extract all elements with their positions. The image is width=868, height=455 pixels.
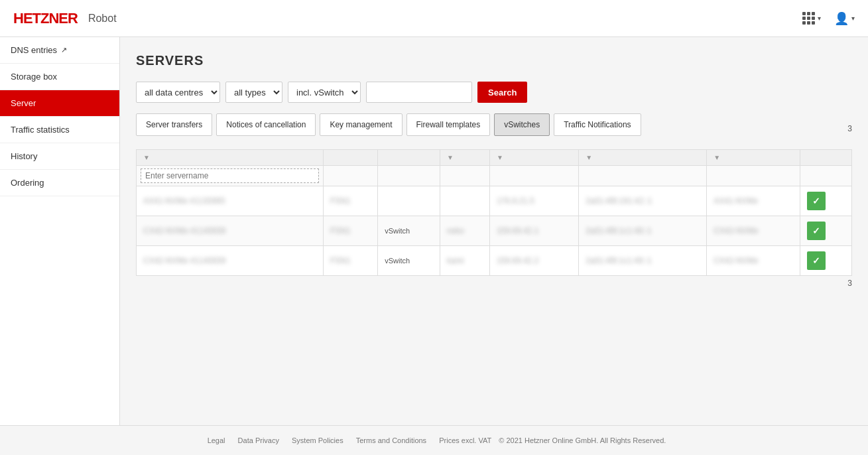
- cell-action[interactable]: ✓: [800, 186, 851, 216]
- chevron-down-icon: ▾: [851, 15, 855, 22]
- col-ip[interactable]: ▼: [489, 150, 578, 166]
- sidebar-item-dns-entries[interactable]: DNS entries ↗: [0, 37, 119, 64]
- footer-legal[interactable]: Legal: [202, 436, 231, 444]
- table-header: ▼ ▼ ▼ ▼ ▼: [137, 150, 852, 166]
- robot-label: Robot: [88, 13, 117, 25]
- footer: Legal Data Privacy System Policies Terms…: [0, 425, 868, 455]
- cell-location: FSN1: [323, 186, 377, 216]
- col-vswitch: [378, 150, 440, 166]
- sidebar-item-server[interactable]: Server: [0, 90, 119, 117]
- cell-location: FSN1: [323, 216, 377, 246]
- sidebar-item-storage-box[interactable]: Storage box: [0, 64, 119, 90]
- check-button[interactable]: ✓: [807, 192, 826, 210]
- grid-menu-button[interactable]: ▾: [802, 12, 821, 25]
- header-right: ▾ 👤 ▾: [802, 11, 855, 26]
- cell-product: AX41-NVMe: [707, 186, 800, 216]
- user-menu-button[interactable]: 👤 ▾: [834, 11, 855, 26]
- filter-cell-ipv6: [579, 166, 707, 186]
- filter-cell-ip: [489, 166, 578, 186]
- external-link-icon: ↗: [61, 46, 67, 54]
- key-management-button[interactable]: Key management: [320, 113, 402, 136]
- cell-server: AX41-NVMe #1130995: [137, 186, 324, 216]
- servername-filter-input[interactable]: [141, 168, 319, 183]
- sidebar-item-history[interactable]: History: [0, 143, 119, 170]
- cell-product: CX42-NVMe: [707, 216, 800, 246]
- hetzner-logo: HETZNER: [13, 10, 78, 27]
- search-button[interactable]: Search: [477, 82, 527, 103]
- cell-name: neko: [440, 216, 490, 246]
- cell-server: CX42-NVMe #1140009: [137, 246, 324, 276]
- footer-policies[interactable]: System Policies: [286, 436, 349, 444]
- cell-name: [440, 186, 490, 216]
- cell-product: CX42-NVMe: [707, 246, 800, 276]
- col-product[interactable]: ▼: [707, 150, 800, 166]
- sort-arrow-icon: ▼: [586, 154, 592, 161]
- cell-ipv6: 2a01:4f8:1c1:48::1: [579, 216, 707, 246]
- col-action: [800, 150, 851, 166]
- server-table: ▼ ▼ ▼ ▼ ▼: [136, 149, 852, 276]
- sidebar-item-label: Storage box: [11, 72, 57, 82]
- sort-arrow-icon: ▼: [497, 154, 503, 161]
- footer-prices[interactable]: Prices excl. VAT: [434, 436, 497, 444]
- col-location: [323, 150, 377, 166]
- cell-vswitch: vSwitch: [378, 216, 440, 246]
- vswitches-button[interactable]: vSwitches: [494, 113, 550, 136]
- chevron-down-icon: ▾: [818, 15, 821, 22]
- cell-vswitch: [378, 186, 440, 216]
- filter-cell-location: [323, 166, 377, 186]
- notices-cancellation-button[interactable]: Notices of cancellation: [216, 113, 316, 136]
- server-transfers-button[interactable]: Server transfers: [136, 113, 212, 136]
- sidebar-item-label: Server: [11, 98, 36, 108]
- cell-server: CX42-NVMe #1140008: [137, 216, 324, 246]
- check-button[interactable]: ✓: [807, 251, 826, 270]
- col-name[interactable]: ▼: [440, 150, 490, 166]
- cell-ip: 159.69.42.1: [489, 216, 578, 246]
- sidebar-item-traffic-statistics[interactable]: Traffic statistics: [0, 117, 119, 143]
- cell-ipv6: 2a01:4f8:1c1:49::1: [579, 246, 707, 276]
- sort-arrow-icon: ▼: [447, 154, 454, 161]
- filter-cell-action: [800, 166, 851, 186]
- cell-name: kami: [440, 246, 490, 276]
- cell-action[interactable]: ✓: [800, 216, 851, 246]
- type-select[interactable]: all types: [225, 82, 282, 103]
- filter-cell-vswitch: [378, 166, 440, 186]
- page-title: SERVERS: [136, 53, 852, 68]
- col-ipv6[interactable]: ▼: [579, 150, 707, 166]
- filter-row: [137, 166, 852, 186]
- cell-action[interactable]: ✓: [800, 246, 851, 276]
- search-input[interactable]: [366, 82, 472, 103]
- filter-cell-name: [440, 166, 490, 186]
- grid-icon: [802, 12, 815, 25]
- footer-terms[interactable]: Terms and Conditions: [351, 436, 432, 444]
- sidebar-item-label: DNS entries: [11, 45, 57, 55]
- cell-vswitch: vSwitch: [378, 246, 440, 276]
- table-row: AX41-NVMe #1130995 FSN1 176.9.21.5 2a01:…: [137, 186, 852, 216]
- header: HETZNER Robot ▾ 👤 ▾: [0, 0, 868, 37]
- user-icon: 👤: [834, 11, 849, 26]
- cell-ip: 176.9.21.5: [489, 186, 578, 216]
- sidebar-item-ordering[interactable]: Ordering: [0, 170, 119, 196]
- datacenter-select[interactable]: all data centres: [136, 82, 220, 103]
- header-left: HETZNER Robot: [13, 10, 117, 27]
- sort-arrow-icon: ▼: [143, 154, 150, 161]
- filter-cell-product: [707, 166, 800, 186]
- result-count-top: 3: [847, 121, 852, 136]
- vswitch-select[interactable]: incl. vSwitch: [288, 82, 361, 103]
- firewall-templates-button[interactable]: Firewall templates: [406, 113, 491, 136]
- traffic-notifications-button[interactable]: Traffic Notifications: [554, 113, 641, 136]
- filter-bar: all data centres all types incl. vSwitch…: [136, 82, 852, 103]
- filter-cell-server[interactable]: [137, 166, 324, 186]
- sidebar-item-label: History: [11, 151, 37, 161]
- sidebar-item-label: Traffic statistics: [11, 125, 70, 135]
- check-button[interactable]: ✓: [807, 222, 826, 240]
- cell-ip: 159.69.42.2: [489, 246, 578, 276]
- footer-privacy[interactable]: Data Privacy: [233, 436, 284, 444]
- sort-arrow-icon: ▼: [713, 154, 720, 161]
- cell-ipv6: 2a01:4f8:191:42::1: [579, 186, 707, 216]
- col-server[interactable]: ▼: [137, 150, 324, 166]
- table-row: CX42-NVMe #1140008 FSN1 vSwitch neko 159…: [137, 216, 852, 246]
- table-row: CX42-NVMe #1140009 FSN1 vSwitch kami 159…: [137, 246, 852, 276]
- layout: DNS entries ↗ Storage box Server Traffic…: [0, 37, 868, 455]
- action-buttons: Server transfers Notices of cancellation…: [136, 113, 641, 136]
- table-body: AX41-NVMe #1130995 FSN1 176.9.21.5 2a01:…: [137, 186, 852, 276]
